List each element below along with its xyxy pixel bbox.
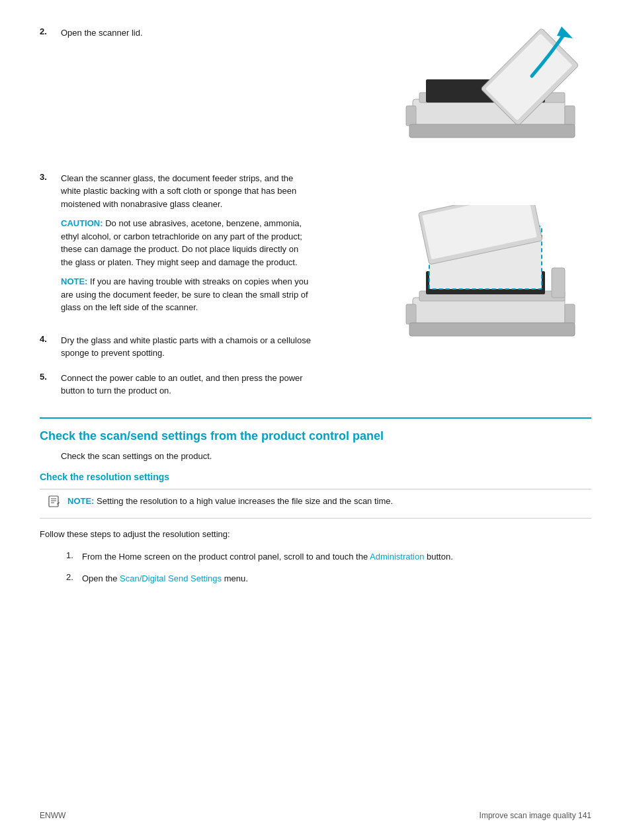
sub-step-1-before: From the Home screen on the product cont… [82, 552, 370, 562]
note-svg-icon [48, 495, 61, 508]
note-text-3: If you are having trouble with streaks o… [61, 276, 308, 312]
sub-step-2-after: menu. [222, 573, 248, 583]
sub-step-1-after: button. [424, 552, 452, 562]
follow-text: Follow these steps to adjust the resolut… [40, 528, 591, 541]
sub-step-1-text: From the Home screen on the product cont… [82, 550, 453, 564]
sub-step-2: 2. Open the Scan/Digital Send Settings m… [40, 572, 591, 585]
footer: ENWW Improve scan image quality 141 [40, 811, 591, 820]
step-4-text: Dry the glass and white plastic parts wi… [61, 334, 312, 360]
section-divider [40, 417, 591, 419]
svg-rect-16 [565, 304, 575, 324]
step-3-number: 3. [40, 172, 61, 182]
scanner-image-1 [393, 20, 591, 154]
sub-step-1-link[interactable]: Administration [370, 552, 424, 562]
sub-step-2-before: Open the [82, 573, 120, 583]
svg-rect-6 [406, 106, 416, 126]
note-block-3: NOTE: If you are having trouble with str… [61, 275, 312, 314]
svg-rect-8 [409, 124, 575, 138]
step-2-number: 2. [40, 26, 61, 36]
step-4-number: 4. [40, 334, 61, 344]
svg-rect-17 [409, 323, 575, 336]
sub-step-1-number: 1. [66, 550, 82, 560]
step-3-text: Clean the scanner glass, the document fe… [61, 173, 296, 209]
svg-rect-18 [552, 268, 565, 298]
caution-label: CAUTION: [61, 218, 103, 228]
step-5-text: Connect the power cable to an outlet, an… [61, 372, 312, 398]
sub-step-2-text: Open the Scan/Digital Send Settings menu… [82, 572, 248, 585]
scanner-svg-1 [393, 20, 591, 152]
sub-step-1: 1. From the Home screen on the product c… [40, 550, 591, 564]
svg-rect-15 [406, 304, 416, 324]
svg-rect-19 [49, 496, 58, 507]
note-label-3: NOTE: [61, 276, 87, 286]
sub-step-2-link[interactable]: Scan/Digital Send Settings [120, 573, 222, 583]
caution-block: CAUTION: Do not use abrasives, acetone, … [61, 217, 312, 269]
footer-right: Improve scan image quality 141 [480, 811, 591, 820]
step-5-number: 5. [40, 372, 61, 382]
footer-left: ENWW [40, 811, 65, 820]
sub-step-2-number: 2. [66, 572, 82, 582]
section-title: Check the scan/send settings from the pr… [40, 429, 591, 443]
scanner-svg-2 [393, 205, 591, 351]
step-3-content: Clean the scanner glass, the document fe… [61, 172, 312, 321]
section-intro: Check the scan settings on the product. [40, 450, 591, 463]
note-box: NOTE: Setting the resolution to a high v… [40, 489, 591, 519]
scanner-image-2 [393, 205, 591, 353]
note-box-label: NOTE: [67, 496, 94, 506]
note-box-icon [48, 495, 62, 513]
note-box-text: Setting the resolution to a high value i… [97, 496, 393, 506]
step-2-text: Open the scanner lid. [61, 26, 312, 40]
note-box-content: NOTE: Setting the resolution to a high v… [67, 495, 393, 508]
svg-rect-7 [565, 106, 575, 126]
subsection-title: Check the resolution settings [40, 472, 591, 482]
step-5: 5. Connect the power cable to an outlet,… [40, 372, 591, 398]
svg-marker-5 [557, 26, 573, 38]
page: 2. Open the scanner lid. [0, 0, 631, 840]
